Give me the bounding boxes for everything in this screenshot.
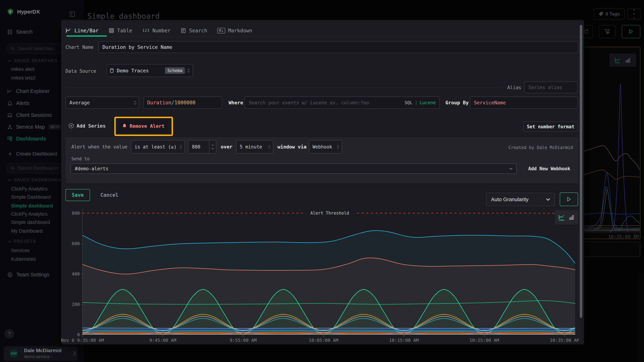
svg-text:10:15:00 AM: 10:15:00 AM xyxy=(389,338,419,343)
alert-condition-select[interactable]: is at least (≥) xyxy=(131,140,185,154)
over-label: over xyxy=(221,144,232,150)
chevron-down-icon xyxy=(509,168,513,170)
chart-name-label: Chart Name xyxy=(66,44,94,50)
annotation-highlight-box xyxy=(114,117,173,136)
alert-threshold-label: Alert Threshold xyxy=(310,211,349,216)
markdown-icon: M↓ xyxy=(217,28,225,33)
window-via-label: window via xyxy=(278,144,306,150)
schema-badge: Schema xyxy=(165,67,185,74)
section-divider xyxy=(62,59,584,60)
search-list-icon xyxy=(180,28,186,33)
save-button[interactable]: Save xyxy=(66,189,90,201)
group-by-input[interactable]: ServiceName xyxy=(470,96,578,109)
alert-intro-label: Alert when the value xyxy=(72,144,127,150)
number-123-icon: 123 xyxy=(142,28,150,33)
svg-text:400: 400 xyxy=(72,271,80,277)
sql-option[interactable]: SQL xyxy=(404,100,412,105)
alert-config-panel: Alert when the value is at least (≥) 800… xyxy=(66,137,578,183)
alert-channel-select[interactable]: Webhook xyxy=(309,140,342,154)
bar-chart-icon[interactable] xyxy=(568,214,574,220)
expression-value: 1000000 xyxy=(174,100,196,106)
tab-table[interactable]: Table xyxy=(108,28,132,34)
line-chart-icon[interactable] xyxy=(558,214,565,221)
alias-divider xyxy=(66,87,503,88)
created-by-label: Created by Dale McDiarmid xyxy=(508,145,573,150)
expression-operator: / xyxy=(172,100,174,106)
send-to-select[interactable]: #demo-alerts xyxy=(70,164,517,174)
svg-text:Nov 6 9:35:00 AM: Nov 6 9:35:00 AM xyxy=(61,338,104,343)
svg-text:10:05:00 AM: 10:05:00 AM xyxy=(309,338,338,343)
svg-text:9:45:00 AM: 9:45:00 AM xyxy=(149,338,176,343)
set-number-format-button[interactable]: Set number format xyxy=(523,121,578,132)
duration-chart: 0200400600800Nov 6 9:35:00 AM9:45:00 AM9… xyxy=(56,204,579,343)
data-source-select[interactable]: Demo Traces Schema xyxy=(106,64,193,77)
stepper-up-icon[interactable] xyxy=(212,144,214,146)
aggregation-select[interactable]: Average xyxy=(66,96,139,109)
alert-window-select[interactable]: 5 minute xyxy=(236,140,273,154)
alias-input[interactable] xyxy=(524,81,578,93)
chevron-down-icon xyxy=(546,198,550,201)
tab-bar: Line/Bar Table 123 Number Search M↓ Mark… xyxy=(66,25,252,36)
expression-input[interactable]: Duration/1000000 xyxy=(143,96,222,109)
updown-chevrons-icon xyxy=(134,100,137,105)
group-by-label: Group By xyxy=(446,100,469,105)
add-series-button[interactable]: Add Series xyxy=(68,123,106,129)
updown-chevrons-icon xyxy=(180,144,182,149)
svg-text:9:55:00 AM: 9:55:00 AM xyxy=(230,338,257,343)
chart-type-toggle[interactable] xyxy=(555,210,578,225)
circle-plus-icon xyxy=(68,123,74,129)
svg-text:800: 800 xyxy=(72,211,80,216)
stepper-down-icon[interactable] xyxy=(212,148,214,150)
svg-text:0: 0 xyxy=(77,332,80,337)
database-icon xyxy=(109,68,114,73)
svg-text:10:35:00 AM: 10:35:00 AM xyxy=(550,338,579,343)
updown-chevrons-icon xyxy=(337,144,340,149)
line-chart-icon xyxy=(66,27,72,34)
chart-series xyxy=(82,230,575,335)
data-source-label: Data Source xyxy=(66,68,96,74)
chart-name-input[interactable] xyxy=(98,41,578,53)
updown-chevrons-icon xyxy=(187,68,190,73)
send-to-label: Send to xyxy=(72,156,90,161)
expression-field: Duration xyxy=(147,100,172,106)
number-stepper[interactable] xyxy=(209,141,216,153)
edit-chart-modal: Line/Bar Table 123 Number Search M↓ Mark… xyxy=(61,20,584,344)
modal-scrollbar[interactable] xyxy=(580,25,582,318)
tab-divider xyxy=(62,36,584,37)
svg-text:600: 600 xyxy=(72,241,80,246)
svg-text:10:25:00 AM: 10:25:00 AM xyxy=(470,338,499,343)
play-icon xyxy=(566,197,571,202)
tab-search[interactable]: Search xyxy=(180,28,207,34)
add-new-webhook-button[interactable]: Add New Webhook xyxy=(528,166,570,171)
alert-threshold-input[interactable]: 800 xyxy=(188,140,216,154)
lucene-option[interactable]: Lucene xyxy=(420,100,436,105)
active-tab-underline xyxy=(66,35,107,37)
alias-label: Alias xyxy=(496,85,521,90)
cancel-button[interactable]: Cancel xyxy=(100,192,118,198)
tab-line-bar[interactable]: Line/Bar xyxy=(66,27,98,34)
tab-markdown[interactable]: M↓ Markdown xyxy=(217,28,252,34)
table-icon xyxy=(108,28,114,33)
query-language-toggle[interactable]: SQL | Lucene xyxy=(404,97,436,108)
updown-chevrons-icon xyxy=(268,144,271,149)
tab-number[interactable]: 123 Number xyxy=(142,28,170,34)
where-input[interactable]: SQL | Lucene xyxy=(244,96,440,109)
where-label: Where xyxy=(228,100,243,105)
svg-text:200: 200 xyxy=(72,302,80,307)
